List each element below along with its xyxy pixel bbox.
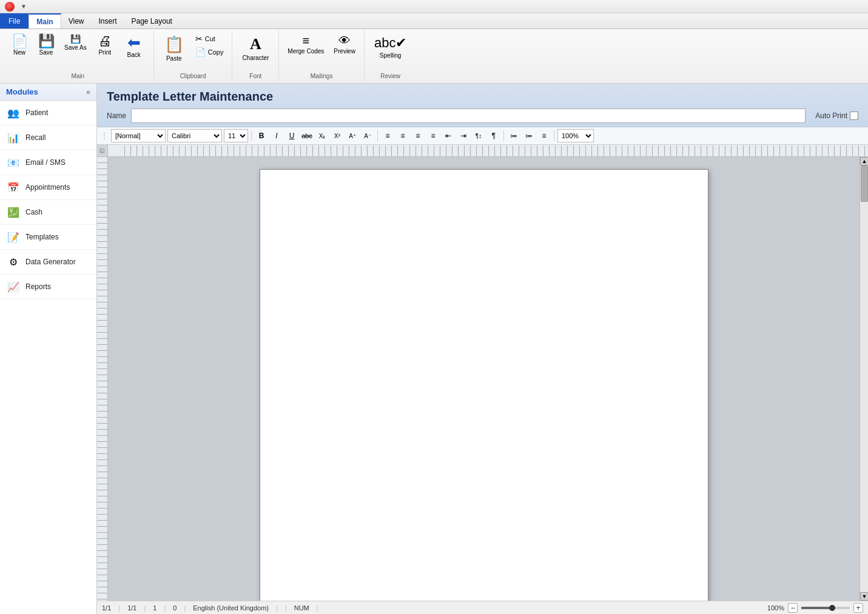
zoom-slider[interactable] <box>801 607 850 609</box>
ruler-marks <box>119 145 868 156</box>
tab-insert[interactable]: Insert <box>91 13 124 28</box>
save-icon: 💾 <box>38 35 55 48</box>
auto-print-row: Auto Print <box>815 112 858 120</box>
tab-file[interactable]: File <box>0 13 29 28</box>
align-right-button[interactable]: ≡ <box>411 129 425 142</box>
justify-button[interactable]: ≡ <box>426 129 440 142</box>
sidebar-item-label-data-generator: Data Generator <box>25 258 76 266</box>
character-button[interactable]: A Character <box>237 33 274 64</box>
sidebar-header: Modules « <box>0 84 96 101</box>
fmt-sep-3 <box>503 130 504 141</box>
ribbon-group-review: abc✔ Spelling Review <box>365 30 416 82</box>
subscript-button[interactable]: X₂ <box>315 129 329 142</box>
align-center-button[interactable]: ≡ <box>396 129 409 142</box>
fmt-sep-1 <box>251 130 252 141</box>
save-button[interactable]: 💾 Save <box>34 33 58 58</box>
show-hide-button[interactable]: ¶ <box>487 129 500 142</box>
line-spacing-button[interactable]: ¶↕ <box>472 129 485 142</box>
scroll-thumb[interactable] <box>861 165 868 202</box>
font-select[interactable]: Calibri <box>167 129 222 142</box>
title-bar: ▼ <box>0 0 868 13</box>
scroll-up-button[interactable]: ▲ <box>860 157 868 165</box>
reports-icon: 📈 <box>6 279 21 294</box>
status-num: NUM <box>294 604 309 612</box>
tab-main[interactable]: Main <box>29 13 61 28</box>
ruler-corner: ◱ <box>97 145 108 156</box>
sidebar-item-data-generator[interactable]: ⚙ Data Generator <box>0 250 96 275</box>
sidebar: Modules « 👥 Patient 📊 Recall 📧 Email / S… <box>0 84 97 614</box>
cash-icon: 💹 <box>6 205 21 219</box>
italic-button[interactable]: I <box>270 129 283 142</box>
style-select[interactable]: [Normal] <box>111 129 166 142</box>
menu-bar: File Main View Insert Page Layout <box>0 13 868 29</box>
bold-button[interactable]: B <box>255 129 268 142</box>
align-left-button[interactable]: ≡ <box>381 129 394 142</box>
bullets-button[interactable]: ≔ <box>507 129 520 142</box>
sidebar-item-appointments[interactable]: 📅 Appointments <box>0 175 96 200</box>
strikethrough-button[interactable]: abc <box>300 129 314 142</box>
ribbon-main-buttons: 📄 New 💾 Save 💾 Save As 🖨 Print ⬅ Back <box>7 33 149 70</box>
vertical-scrollbar[interactable]: ▲ ▼ <box>860 157 868 601</box>
scroll-track[interactable] <box>860 165 868 592</box>
spelling-button[interactable]: abc✔ Spelling <box>369 33 411 61</box>
data-generator-icon: ⚙ <box>6 255 21 269</box>
superscript-button[interactable]: X² <box>331 129 344 142</box>
sidebar-item-recall[interactable]: 📊 Recall <box>0 125 96 150</box>
new-button[interactable]: 📄 New <box>7 33 32 58</box>
sidebar-item-label-reports: Reports <box>25 282 51 291</box>
numbering-button[interactable]: ≔ <box>522 129 536 142</box>
save-as-button[interactable]: 💾 Save As <box>61 33 90 53</box>
indent-left-button[interactable]: ⇤ <box>442 129 455 142</box>
preview-icon: 👁 <box>338 35 351 47</box>
cut-icon: ✂ <box>195 34 203 44</box>
ribbon-group-mailings: ≡ Merge Codes 👁 Preview Mailings <box>279 30 365 82</box>
zoom-out-button[interactable]: − <box>788 603 798 613</box>
zoom-select[interactable]: 100% <box>557 129 594 142</box>
sidebar-item-email-sms[interactable]: 📧 Email / SMS <box>0 150 96 175</box>
print-icon: 🖨 <box>98 35 112 48</box>
copy-button[interactable]: 📄 Copy <box>192 46 227 58</box>
shrink-font-button[interactable]: A⁻ <box>361 129 374 142</box>
grow-font-button[interactable]: A⁺ <box>346 129 359 142</box>
auto-print-checkbox[interactable] <box>850 112 858 120</box>
status-bar: 1/1 | 1/1 | 1 | 0 | English (United King… <box>97 601 868 614</box>
sidebar-item-cash[interactable]: 💹 Cash <box>0 200 96 225</box>
merge-codes-button[interactable]: ≡ Merge Codes <box>284 33 328 56</box>
preview-button[interactable]: 👁 Preview <box>330 33 359 56</box>
spelling-icon: abc✔ <box>374 35 406 51</box>
ribbon-group-clipboard: 📋 Paste ✂ Cut 📄 Copy Clipboard <box>154 30 233 82</box>
copy-icon: 📄 <box>195 47 206 57</box>
sidebar-item-label-appointments: Appointments <box>25 183 70 192</box>
paste-button[interactable]: 📋 Paste <box>159 33 189 64</box>
tab-pagelayout[interactable]: Page Layout <box>124 13 180 28</box>
scroll-down-button[interactable]: ▼ <box>860 592 868 601</box>
save-as-icon: 💾 <box>70 35 81 43</box>
status-zoom: 100% <box>767 604 784 612</box>
cut-button[interactable]: ✂ Cut <box>192 33 227 45</box>
name-label: Name <box>107 112 126 120</box>
vertical-ruler <box>97 157 108 601</box>
sidebar-item-templates[interactable]: 📝 Templates <box>0 225 96 250</box>
zoom-slider-thumb[interactable] <box>829 605 835 611</box>
sidebar-item-label-patient: Patient <box>25 108 48 117</box>
ribbon-mailings-buttons: ≡ Merge Codes 👁 Preview <box>284 33 359 70</box>
multilevel-list-button[interactable]: ≡ <box>537 129 551 142</box>
app-icon <box>5 2 15 12</box>
back-button[interactable]: ⬅ Back <box>119 33 149 60</box>
sidebar-item-patient[interactable]: 👥 Patient <box>0 101 96 125</box>
ribbon: 📄 New 💾 Save 💾 Save As 🖨 Print ⬅ Back Ma… <box>0 29 868 84</box>
print-button[interactable]: 🖨 Print <box>93 33 117 58</box>
tab-view[interactable]: View <box>61 13 92 28</box>
underline-button[interactable]: U <box>285 129 298 142</box>
name-input[interactable] <box>131 108 806 123</box>
sidebar-collapse-button[interactable]: « <box>86 88 90 96</box>
indent-right-button[interactable]: ⇥ <box>457 129 470 142</box>
recall-icon: 📊 <box>6 130 21 145</box>
sidebar-item-reports[interactable]: 📈 Reports <box>0 275 96 299</box>
doc-area: ▲ ▼ <box>97 157 868 601</box>
zoom-in-button[interactable]: + <box>853 603 863 613</box>
status-page: 1/1 <box>102 604 111 612</box>
font-size-select[interactable]: 11 <box>224 129 248 142</box>
format-toolbar: ⋮ [Normal] Calibri 11 B I U abc X₂ X² A⁺… <box>97 127 868 145</box>
doc-canvas[interactable] <box>108 157 860 601</box>
